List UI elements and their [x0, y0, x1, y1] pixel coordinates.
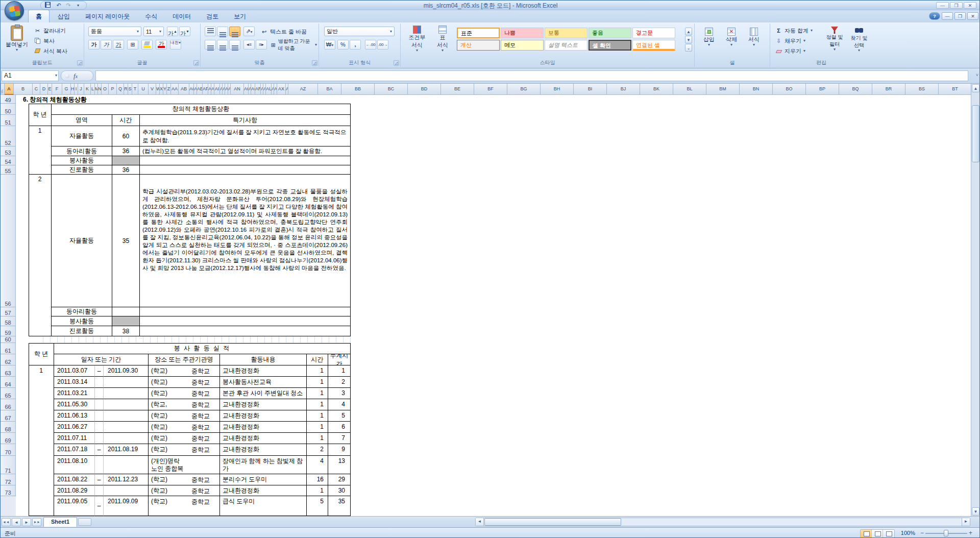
increase-indent-button[interactable]: ≡▸ — [256, 40, 267, 50]
column-header-BO[interactable]: BO — [773, 84, 806, 95]
find-select-button[interactable]: 찾기 및선택▾ — [848, 27, 870, 52]
column-header-BN[interactable]: BN — [740, 84, 773, 95]
doc-restore-button[interactable]: ❐ — [954, 12, 966, 20]
column-header-AU[interactable]: AU — [266, 84, 272, 95]
column-header-BB[interactable]: BB — [341, 84, 375, 95]
ribbon-tab-페이지 레이아웃[interactable]: 페이지 레이아웃 — [78, 10, 137, 22]
row-header-60[interactable]: 60 — [1, 336, 16, 343]
close-button[interactable]: ✕ — [964, 2, 976, 9]
italic-button[interactable]: 가 — [101, 40, 112, 50]
column-header-BR[interactable]: BR — [872, 84, 905, 95]
number-format-select[interactable]: 일반▾ — [324, 27, 395, 36]
font-size-select[interactable]: 11▾ — [143, 27, 164, 36]
row-header-68[interactable]: 68 — [1, 422, 16, 433]
cell-style-표준[interactable]: 표준 — [457, 28, 500, 38]
table2-place-cell[interactable]: (개인)명락노인 종합복지관 — [149, 456, 184, 474]
column-header-H[interactable]: H — [71, 84, 75, 95]
table2-total-cell[interactable]: 7 — [328, 433, 351, 444]
row-header-67[interactable]: 67 — [1, 410, 16, 422]
scroll-down-button[interactable]: ▼ — [972, 507, 979, 516]
column-header-AA[interactable]: AA — [171, 84, 179, 95]
column-header-Q[interactable]: Q — [117, 84, 124, 95]
conditional-formatting-button[interactable]: 조건부서식 ▾ — [404, 26, 430, 52]
table2-grade-cell[interactable]: 1 — [29, 365, 54, 516]
row-header-57[interactable]: 57 — [1, 307, 16, 316]
table2-date-dash-cell[interactable] — [95, 410, 104, 422]
name-box-dropdown-icon[interactable]: ▾ — [55, 73, 57, 78]
table1-area-cell[interactable]: 자율활동 — [52, 175, 112, 307]
paste-button[interactable]: 붙여넣기 ▾ — [4, 26, 30, 52]
table2-header-total[interactable]: 누계시간 — [328, 354, 351, 365]
ribbon-tab-보기[interactable]: 보기 — [227, 10, 253, 22]
table2-title[interactable]: 봉 사 활 동 실 적 — [54, 343, 351, 354]
table1-hours-cell[interactable]: 36 — [112, 165, 140, 175]
column-header-U[interactable]: U — [138, 84, 149, 95]
table1-area-cell[interactable]: 자율활동 — [52, 126, 112, 146]
qat-customize-button[interactable]: ▾ — [74, 2, 82, 9]
table2-date1-cell[interactable]: 2011.08.22 — [54, 474, 95, 485]
row-header-50[interactable]: 50 — [1, 104, 16, 115]
table1-hours-cell[interactable] — [112, 316, 140, 326]
table1-note-cell[interactable] — [140, 156, 351, 165]
table2-date-dash-cell[interactable] — [95, 485, 104, 496]
autosum-button[interactable]: Σ자동 합계▾ — [773, 26, 814, 36]
maximize-button[interactable]: ❐ — [950, 2, 963, 9]
table2-grade-header[interactable]: 학 년 — [29, 343, 54, 365]
row-header-69[interactable]: 69 — [1, 433, 16, 444]
table2-date2-cell[interactable]: 2011.12.23 — [104, 474, 149, 485]
table2-date-dash-cell[interactable]: – — [95, 474, 104, 485]
styles-scroll-down-button[interactable]: ▼ — [685, 36, 692, 43]
cell-style-좋음[interactable]: 좋음 — [589, 28, 631, 38]
table1-note-cell[interactable]: (컴누리)모든 활동에 적극적이고 열성적이며 파워포인트를 잘 활용함. — [140, 146, 351, 156]
column-header-Y[interactable]: Y — [163, 84, 167, 95]
table2-date2-cell[interactable]: 2011.09.30 — [104, 365, 149, 377]
scroll-up-button[interactable]: ▲ — [972, 84, 979, 92]
cell-style-계산[interactable]: 계산 — [457, 40, 500, 51]
column-header-P[interactable]: P — [109, 84, 117, 95]
table2-hours-cell[interactable]: 1 — [307, 377, 328, 388]
column-header-AX[interactable]: AX — [277, 84, 286, 95]
column-header-A[interactable]: A — [5, 84, 14, 95]
column-header-I[interactable]: I — [75, 84, 78, 95]
column-header-B[interactable]: B — [14, 84, 33, 95]
table2-date1-cell[interactable]: 2011.06.27 — [54, 422, 95, 433]
number-dialog-launcher[interactable]: ◿ — [394, 60, 399, 66]
table2-total-cell[interactable]: 35 — [328, 496, 351, 516]
table1-grade-1[interactable]: 1 — [29, 126, 52, 175]
table1-header-hours[interactable]: 시간 — [112, 115, 140, 126]
table2-date-dash-cell[interactable]: – — [95, 444, 104, 456]
column-header-AB[interactable]: AB — [179, 84, 189, 95]
next-sheet-button[interactable]: ► — [22, 518, 31, 526]
column-header-D[interactable]: D — [40, 84, 48, 95]
table2-date1-cell[interactable]: 2011.08.10 — [54, 456, 95, 474]
table1-hours-cell[interactable] — [112, 156, 140, 165]
table2-hours-cell[interactable]: 1 — [307, 410, 328, 422]
table2-activity-cell[interactable]: 교내환경정화 — [220, 422, 307, 433]
table2-place-cell[interactable]: (학교) — [149, 410, 184, 422]
column-header-T[interactable]: T — [132, 84, 138, 95]
table2-activity-cell[interactable]: 본관 후관 사이 주변일대 청소 — [220, 388, 307, 399]
insert-worksheet-button[interactable] — [78, 518, 91, 526]
shrink-font-button[interactable]: 가▼ — [179, 27, 190, 36]
table2-total-cell[interactable]: 9 — [328, 444, 351, 456]
table2-org-cell[interactable]: 중학교 — [184, 444, 220, 456]
column-header-BA[interactable]: BA — [318, 84, 341, 95]
cut-button[interactable]: ✂잘라내기 — [32, 26, 69, 36]
cell-style-나쁨[interactable]: 나쁨 — [501, 28, 544, 38]
column-header-BL[interactable]: BL — [673, 84, 706, 95]
table1-note-cell[interactable] — [140, 326, 351, 336]
section-title[interactable]: 6. 창의적 체험활동상황 — [23, 95, 176, 104]
select-all-corner[interactable] — [1, 84, 5, 95]
row-header-62[interactable]: 62 — [1, 354, 16, 365]
table1-note-cell[interactable] — [140, 307, 351, 316]
column-header-K[interactable]: K — [84, 84, 91, 95]
table2-date1-cell[interactable]: 2011.03.07 — [54, 365, 95, 377]
align-left-button[interactable] — [205, 40, 216, 50]
formula-input[interactable] — [95, 70, 968, 81]
table2-org-cell[interactable]: 중학교 — [184, 377, 220, 388]
table2-org-cell[interactable]: 중학교 — [184, 422, 220, 433]
table2-activity-cell[interactable]: 교내환경정화 — [220, 433, 307, 444]
ribbon-tab-삽입[interactable]: 삽입 — [51, 10, 77, 22]
table2-total-cell[interactable]: 3 — [328, 388, 351, 399]
table1-area-cell[interactable]: 진로활동 — [52, 165, 112, 175]
